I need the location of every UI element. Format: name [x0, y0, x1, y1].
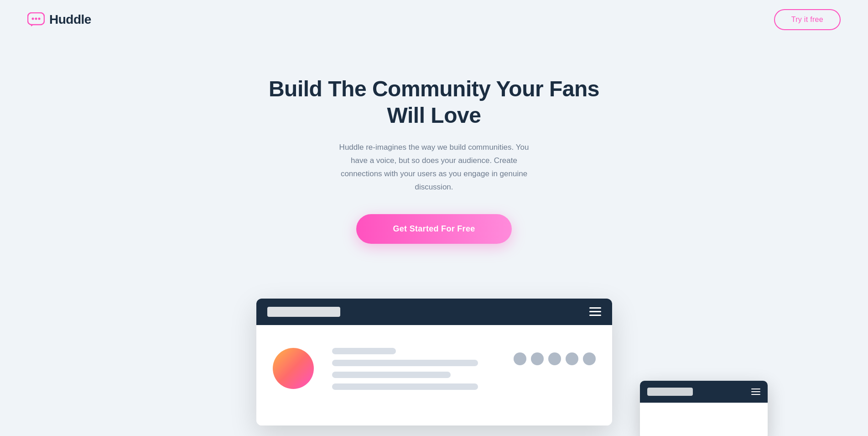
get-started-button[interactable]: Get Started For Free [356, 214, 511, 244]
mockup-dot-5 [583, 352, 596, 365]
mockup-content [332, 343, 495, 390]
mockup-line-2 [332, 360, 478, 366]
mockup-topbar [256, 299, 612, 325]
mockup-dots [514, 352, 596, 365]
mockup-secondary-body [640, 403, 768, 436]
mockup-secondary-topbar [640, 381, 768, 403]
mockup-search-bar [267, 307, 340, 317]
logo-icon [27, 12, 45, 27]
mockup-secondary-search-bar [647, 388, 693, 396]
mockup-dot-3 [548, 352, 561, 365]
hero-subtitle: Huddle re-imagines the way we build comm… [334, 141, 535, 194]
svg-point-1 [32, 18, 34, 20]
mockup-secondary [640, 381, 768, 436]
logo-text: Huddle [49, 12, 91, 27]
hero-section: Build The Community Your Fans Will Love … [0, 39, 868, 271]
mockup-line-3 [332, 372, 451, 378]
mockup-line-4 [332, 383, 478, 390]
mockup-body [256, 325, 612, 425]
header: Huddle Try it free [0, 0, 868, 39]
logo: Huddle [27, 12, 91, 27]
mockup-dot-4 [566, 352, 578, 365]
mockup-main [256, 299, 612, 425]
mockup-hamburger-icon [589, 307, 601, 316]
svg-point-2 [35, 18, 37, 20]
try-free-button[interactable]: Try it free [774, 9, 841, 30]
mockup-dot-1 [514, 352, 526, 365]
mockup-container [0, 299, 868, 425]
hero-title: Build The Community Your Fans Will Love [252, 76, 617, 128]
mockup-secondary-hamburger-icon [751, 389, 760, 395]
mockup-dot-2 [531, 352, 544, 365]
mockup-line-1 [332, 348, 396, 354]
mockup-avatar [273, 348, 314, 389]
svg-point-3 [38, 18, 41, 20]
